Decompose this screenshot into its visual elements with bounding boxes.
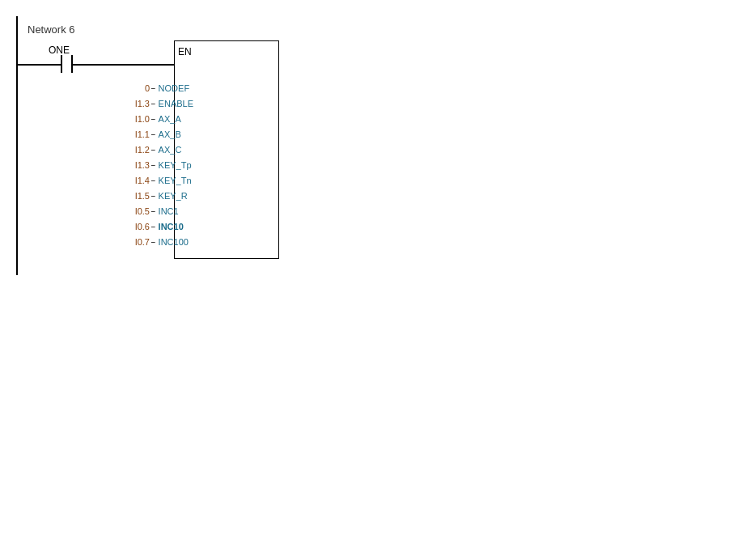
pin-inc1: INC1: [159, 206, 179, 216]
input-row-nodef: 0 – NODEF: [125, 83, 189, 93]
function-block: [174, 40, 279, 259]
network-label: Network 6: [28, 23, 75, 36]
input-row-keyr: I1.5 – KEY_R: [125, 191, 188, 201]
en-label: EN: [178, 46, 192, 57]
address-axa: I1.0: [125, 114, 150, 124]
pin-keytp: KEY_Tp: [159, 160, 192, 170]
address-axb: I1.1: [125, 129, 150, 139]
contact-left-bar: [61, 55, 62, 73]
address-inc100: I0.7: [125, 237, 150, 247]
address-nodef: 0: [125, 83, 150, 93]
address-inc10: I0.6: [125, 222, 150, 231]
wire-rail-to-contact: [16, 64, 61, 66]
address-inc1: I0.5: [125, 206, 150, 216]
pin-inc10: INC10: [159, 222, 184, 231]
pin-enable: ENABLE: [159, 99, 193, 108]
pin-axc: AX_C: [159, 145, 182, 155]
input-row-keytn: I1.4 – KEY_Tn: [125, 176, 192, 185]
input-row-axa: I1.0 – AX_A: [125, 114, 181, 124]
contact-label: ONE: [49, 45, 70, 56]
input-row-inc100: I0.7 – INC100: [125, 237, 189, 247]
left-power-rail: [16, 16, 18, 275]
pin-nodef: NODEF: [159, 83, 190, 93]
input-row-enable: I1.3 – ENABLE: [125, 99, 193, 108]
pin-axa: AX_A: [159, 114, 181, 124]
address-keyr: I1.5: [125, 191, 150, 201]
address-enable: I1.3: [125, 99, 150, 108]
pin-keyr: KEY_R: [159, 191, 188, 201]
input-row-keytp: I1.3 – KEY_Tp: [125, 160, 192, 170]
input-row-inc10: I0.6 – INC10: [125, 222, 184, 231]
wire-contact-to-block: [73, 64, 174, 66]
pin-inc100: INC100: [159, 237, 189, 247]
address-keytp: I1.3: [125, 160, 150, 170]
pin-axb: AX_B: [159, 129, 181, 139]
pin-keytn: KEY_Tn: [159, 176, 192, 185]
input-row-inc1: I0.5 – INC1: [125, 206, 179, 216]
address-keytn: I1.4: [125, 176, 150, 185]
input-row-axc: I1.2 – AX_C: [125, 145, 181, 155]
input-row-axb: I1.1 – AX_B: [125, 129, 181, 139]
address-axc: I1.2: [125, 145, 150, 155]
